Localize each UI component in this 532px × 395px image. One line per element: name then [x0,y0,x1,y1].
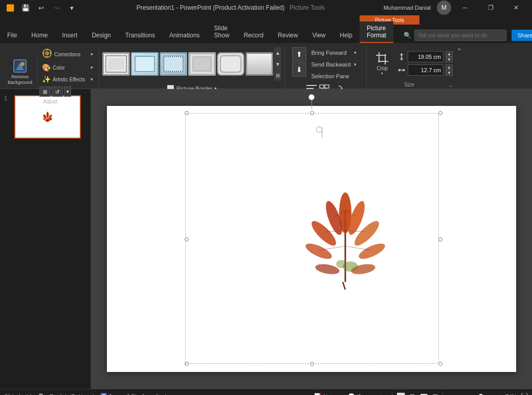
save-button[interactable]: 💾 [19,2,32,14]
tab-design[interactable]: Design [84,29,118,43]
color-button[interactable]: 🎨 Color ▾ [39,62,96,73]
corrections-button[interactable]: Corrections ▾ [39,47,96,61]
tab-help[interactable]: Help [332,29,360,43]
svg-rect-22 [320,85,324,88]
avatar[interactable]: M [437,1,451,15]
adjust-stack: Corrections ▾ 🎨 Color ▾ ✨ Artistic Effec… [39,47,96,97]
gallery-more-arrow[interactable]: ⊞ [274,70,281,81]
svg-rect-10 [108,58,124,70]
handle-bottom-center[interactable] [310,362,314,366]
gallery-up-arrow[interactable]: ▲ [274,47,281,58]
tab-picture-format[interactable]: Picture Format [360,21,393,43]
leaf-image[interactable] [289,190,402,292]
main-area: 1 [0,89,532,389]
context-tab-label-title: Picture Tools [290,4,324,11]
tab-file[interactable]: File [0,29,24,43]
comments-button[interactable]: 💬 Comments [345,392,387,395]
tab-review[interactable]: Review [271,29,305,43]
handle-top-right[interactable] [438,111,442,115]
arrange-row1: ⬆ ⬇ Bring Forward ▾ Send Backward ▾ Sele… [292,47,360,82]
size-group-content: Crop ▾ ▲ ▼ [370,45,453,82]
slide-sorter-button[interactable]: ⊞ [409,392,415,396]
normal-view-button[interactable]: ⬜ [396,392,405,396]
adjust-divider [37,57,37,87]
bring-forward-button[interactable]: Bring Forward ▾ [308,47,360,58]
slide-notes-indicator-icon[interactable]: 🗒 [37,392,45,396]
selection-pane-button[interactable]: Selection Pane [308,71,360,82]
handle-bottom-right[interactable] [438,362,442,366]
tab-slideshow[interactable]: Slide Show [207,21,236,43]
send-backward-icon-button[interactable]: ⬇ [292,62,306,77]
size-expand[interactable]: ⌄ [449,82,453,88]
height-input[interactable] [408,51,444,62]
search-input[interactable] [414,30,506,41]
tab-home[interactable]: Home [24,29,55,43]
fit-slide-button[interactable]: ⛶ [521,392,528,396]
picture-style-6[interactable] [246,52,273,76]
remove-background-label: Remove Background [8,74,32,85]
svg-rect-12 [135,56,154,72]
tab-view[interactable]: View [305,29,332,43]
height-spinner: ▲ ▼ [446,51,453,62]
zoom-out-button[interactable]: − [447,392,451,396]
slide-panel: 1 [0,89,91,389]
size-inputs: ▲ ▼ ▲ ▼ [397,51,453,76]
width-input[interactable] [408,64,444,76]
svg-point-43 [48,118,52,120]
height-decrement[interactable]: ▼ [446,57,453,62]
picture-style-5[interactable] [217,52,245,76]
tab-transitions[interactable]: Transitions [118,29,162,43]
undo-button[interactable]: ↩ [35,2,47,14]
slideshow-button[interactable]: ⊡ [432,392,438,396]
svg-rect-17 [220,56,241,72]
tab-insert[interactable]: Insert [55,29,84,43]
accessibility-button[interactable]: ♿ Accessibility: Investigate [100,393,170,395]
close-button[interactable]: ✕ [504,0,528,15]
handle-middle-right[interactable] [438,237,442,242]
send-backward-button[interactable]: Send Backward ▾ [308,59,360,70]
color-label: Color [53,65,65,71]
reading-view-button[interactable]: 📖 [419,392,428,396]
color-dropdown-icon: ▾ [91,65,93,70]
height-increment[interactable]: ▲ [446,51,453,57]
canvas-area[interactable] [91,89,532,389]
width-increment[interactable]: ▲ [446,64,453,70]
ribbon-collapse-button[interactable]: ⌃ [456,45,463,89]
reset-picture-button[interactable]: ↺ [52,86,63,97]
gallery-down-arrow[interactable]: ▼ [274,58,281,70]
crop-button[interactable]: Crop ▾ [370,49,394,78]
app-icon: 🟧 [4,2,16,14]
zoom-controls: − + 74% [447,392,517,396]
zoom-in-button[interactable]: + [498,392,502,396]
slide-canvas[interactable] [107,106,516,372]
selection-pane-label: Selection Pane [312,73,349,79]
adjust-icon-row: ⊞ ↺ ▾ [39,86,96,97]
notes-button[interactable]: 📝 Notes [311,392,341,395]
svg-rect-19 [306,85,317,86]
tab-animations[interactable]: Animations [162,29,207,43]
tab-record[interactable]: Record [236,29,271,43]
picture-style-3[interactable] [160,52,187,76]
rotate-handle[interactable] [316,126,322,133]
size-group-label: Size [370,82,449,89]
customize-qat-button[interactable]: ▾ [65,2,78,14]
picture-style-2[interactable] [131,52,159,76]
picture-style-1[interactable] [102,52,130,76]
width-decrement[interactable]: ▼ [446,70,453,76]
adjust-group: Remove Background [2,45,99,89]
minimize-button[interactable]: ─ [453,0,477,15]
gallery-arrows: ▲ ▼ ⊞ [274,47,281,81]
remove-background-button[interactable]: Remove Background [5,54,35,90]
svg-point-2 [20,62,25,66]
redo-button[interactable]: ↪ [50,2,62,14]
reset-picture-dropdown[interactable]: ▾ [64,86,71,97]
share-button[interactable]: Share [512,30,532,41]
picture-style-4[interactable] [188,52,216,76]
artistic-effects-button[interactable]: ✨ Artistic Effects ▾ [39,74,96,85]
compress-button[interactable]: ⊞ [39,86,51,97]
svg-marker-35 [398,69,400,72]
bring-forward-icon-button[interactable]: ⬆ [292,47,306,61]
bring-forward-label: Bring Forward [312,50,347,56]
rotation-circle-handle[interactable] [308,94,315,100]
restore-button[interactable]: ❐ [479,0,502,15]
